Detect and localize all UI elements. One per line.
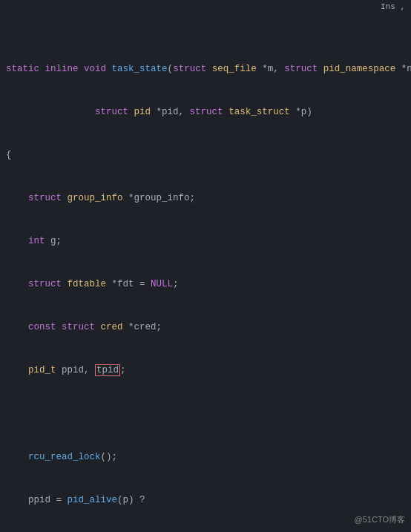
code-line xyxy=(6,407,405,421)
code-line: struct fdtable *fdt = NULL; xyxy=(6,278,405,292)
code-line: static inline void task_state(struct seq… xyxy=(6,62,405,76)
watermark: @51CTO博客 xyxy=(355,513,405,526)
code-line: struct group_info *group_info; xyxy=(6,191,405,206)
code-line: const struct cred *cred; xyxy=(6,321,405,335)
code-line: ppid = pid_alive(p) ? xyxy=(6,493,405,508)
code-line: pid_t ppid, tpid; xyxy=(6,364,405,378)
code-line: { xyxy=(6,148,405,162)
code-line: int g; xyxy=(6,234,405,249)
code-line: struct pid *pid, struct task_struct *p) xyxy=(6,105,405,119)
ins-indicator: Ins , xyxy=(381,1,405,13)
code-line: rcu_read_lock(); xyxy=(6,450,405,464)
code-editor: Ins , static inline void task_state(stru… xyxy=(0,0,411,532)
